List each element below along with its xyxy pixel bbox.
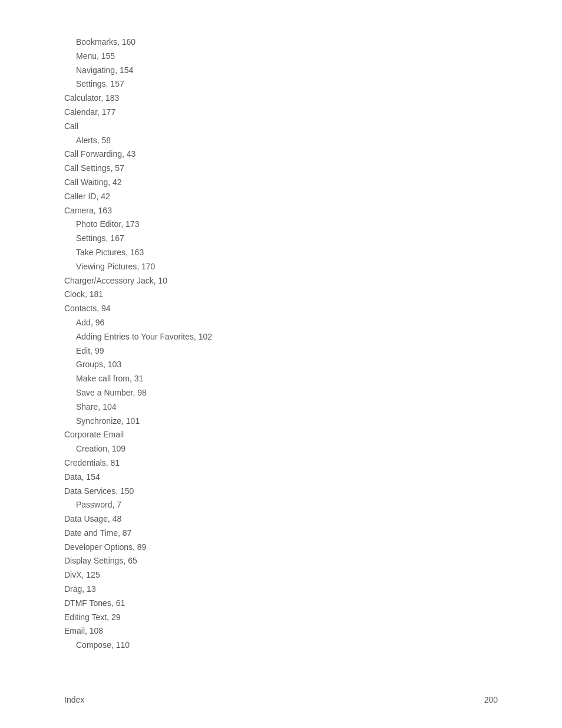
list-item: Password, 7 bbox=[64, 498, 498, 512]
list-item: Call Waiting, 42 bbox=[64, 176, 498, 190]
list-item: Adding Entries to Your Favorites, 102 bbox=[64, 330, 498, 344]
list-item: Date and Time, 87 bbox=[64, 526, 498, 541]
list-item: Bookmarks, 160 bbox=[64, 35, 498, 50]
list-item: Camera, 163 bbox=[64, 204, 498, 218]
list-item: Credentials, 81 bbox=[64, 456, 498, 470]
list-item: Data Services, 150 bbox=[64, 485, 498, 499]
list-item: Call Forwarding, 43 bbox=[64, 147, 498, 162]
page-footer: Index 200 bbox=[64, 695, 498, 704]
list-item: Settings, 157 bbox=[64, 77, 498, 91]
index-entries: Bookmarks, 160Menu, 155Navigating, 154Se… bbox=[64, 35, 498, 653]
list-item: Edit, 99 bbox=[64, 344, 498, 358]
list-item: Make call from, 31 bbox=[64, 372, 498, 386]
list-item: Call Settings, 57 bbox=[64, 162, 498, 176]
list-item: Calculator, 183 bbox=[64, 91, 498, 106]
page-content: Bookmarks, 160Menu, 155Navigating, 154Se… bbox=[0, 0, 562, 688]
list-item: Compose, 110 bbox=[64, 638, 498, 653]
list-item: Groups, 103 bbox=[64, 358, 498, 372]
list-item: Call bbox=[64, 120, 498, 134]
list-item: DTMF Tones, 61 bbox=[64, 597, 498, 611]
list-item: Data Usage, 48 bbox=[64, 512, 498, 526]
list-item: Corporate Email bbox=[64, 428, 498, 442]
list-item: Take Pictures, 163 bbox=[64, 246, 498, 260]
list-item: Menu, 155 bbox=[64, 50, 498, 64]
list-item: Alerts, 58 bbox=[64, 134, 498, 148]
list-item: Contacts, 94 bbox=[64, 302, 498, 316]
list-item: Calendar, 177 bbox=[64, 106, 498, 120]
list-item: Editing Text, 29 bbox=[64, 611, 498, 625]
list-item: Email, 108 bbox=[64, 624, 498, 638]
list-item: DivX, 125 bbox=[64, 568, 498, 582]
list-item: Synchronize, 101 bbox=[64, 414, 498, 429]
list-item: Data, 154 bbox=[64, 470, 498, 485]
list-item: Display Settings, 65 bbox=[64, 554, 498, 568]
list-item: Creation, 109 bbox=[64, 442, 498, 456]
list-item: Charger/Accessory Jack, 10 bbox=[64, 274, 498, 288]
list-item: Drag, 13 bbox=[64, 582, 498, 597]
list-item: Save a Number, 98 bbox=[64, 386, 498, 400]
footer-page-number: 200 bbox=[484, 695, 498, 704]
list-item: Share, 104 bbox=[64, 400, 498, 414]
list-item: Clock, 181 bbox=[64, 288, 498, 302]
list-item: Add, 96 bbox=[64, 316, 498, 330]
list-item: Developer Options, 89 bbox=[64, 541, 498, 555]
list-item: Photo Editor, 173 bbox=[64, 218, 498, 232]
list-item: Settings, 167 bbox=[64, 232, 498, 246]
list-item: Navigating, 154 bbox=[64, 64, 498, 78]
list-item: Caller ID, 42 bbox=[64, 190, 498, 204]
list-item: Viewing Pictures, 170 bbox=[64, 260, 498, 274]
footer-label: Index bbox=[64, 695, 84, 704]
